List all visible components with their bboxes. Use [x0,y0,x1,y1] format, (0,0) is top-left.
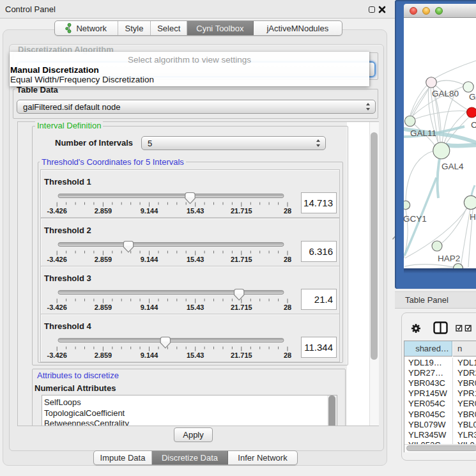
svg-text:21.715: 21.715 [231,351,252,359]
svg-text:21.715: 21.715 [231,256,252,263]
svg-text:-3.426: -3.426 [47,351,67,359]
svg-text:GAL11: GAL11 [410,128,436,138]
svg-text:C: C [471,120,476,130]
svg-text:28: 28 [284,207,291,215]
svg-text:2.859: 2.859 [95,303,112,311]
svg-text:28: 28 [284,256,291,263]
svg-text:9.144: 9.144 [141,303,158,311]
svg-text:21.715: 21.715 [231,207,252,215]
svg-text:GAL80: GAL80 [432,89,459,98]
svg-text:HAP2: HAP2 [438,254,460,263]
svg-text:28: 28 [284,303,291,311]
svg-text:2.859: 2.859 [95,207,112,215]
svg-text:15.43: 15.43 [187,207,204,215]
svg-text:15.43: 15.43 [187,351,204,359]
svg-text:9.144: 9.144 [141,351,158,359]
svg-text:-3.426: -3.426 [47,207,67,215]
svg-text:GCY1: GCY1 [404,214,427,224]
svg-text:GAL4: GAL4 [441,162,464,171]
svg-text:2.859: 2.859 [95,256,112,263]
svg-text:21.715: 21.715 [231,303,252,311]
svg-text:15.43: 15.43 [187,303,204,311]
svg-text:H: H [470,212,476,222]
svg-text:9.144: 9.144 [141,256,158,263]
svg-text:GA: GA [469,92,476,102]
svg-text:15.43: 15.43 [187,256,204,263]
svg-text:-3.426: -3.426 [47,256,67,263]
svg-text:9.144: 9.144 [141,207,158,215]
svg-text:2.859: 2.859 [95,351,112,359]
svg-text:28: 28 [284,351,291,359]
svg-text:-3.426: -3.426 [47,303,67,311]
